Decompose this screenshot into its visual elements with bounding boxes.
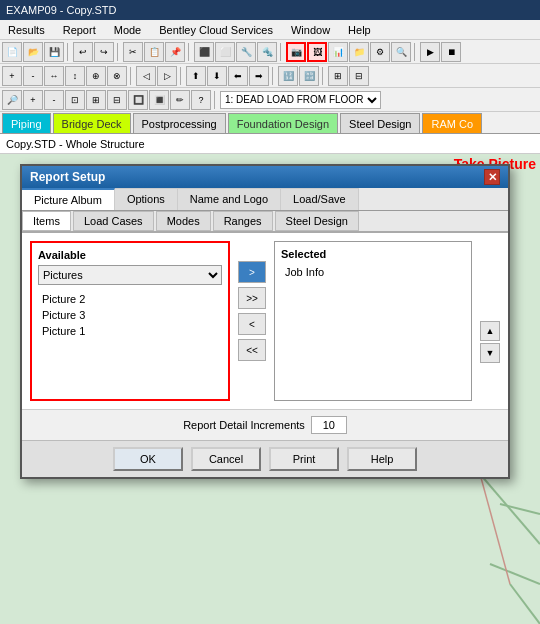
tb-redo[interactable]: ↪ <box>94 42 114 62</box>
tb-icon4[interactable]: 📁 <box>349 42 369 62</box>
pictures-dropdown[interactable]: Pictures <box>38 265 222 285</box>
tb-icon6[interactable]: 🔍 <box>391 42 411 62</box>
list-item-picture3[interactable]: Picture 3 <box>38 307 222 323</box>
nav-up-btn[interactable]: ▲ <box>480 321 500 341</box>
load-case-dropdown[interactable]: 1: DEAD LOAD FROM FLOOR <box>220 91 381 109</box>
cancel-button[interactable]: Cancel <box>191 447 261 471</box>
menu-help[interactable]: Help <box>344 22 375 38</box>
report-detail-input[interactable] <box>311 416 347 434</box>
tb3-zoom-out[interactable]: - <box>44 90 64 110</box>
tb2-icon15[interactable]: ⊞ <box>328 66 348 86</box>
tb-icon8[interactable]: ⏹ <box>441 42 461 62</box>
tb3-icon5[interactable]: 🔳 <box>149 90 169 110</box>
subtab-ranges[interactable]: Ranges <box>213 211 273 231</box>
tb-new[interactable]: 📄 <box>2 42 22 62</box>
tab-load-save[interactable]: Load/Save <box>281 188 359 210</box>
tb3-icon3[interactable]: ⊟ <box>107 90 127 110</box>
move-all-left-btn[interactable]: << <box>238 339 266 361</box>
selected-item-jobinfo[interactable]: Job Info <box>281 264 465 280</box>
move-all-right-btn[interactable]: >> <box>238 287 266 309</box>
tab-postprocessing[interactable]: Postprocessing <box>133 113 226 133</box>
title-text: EXAMP09 - Copy.STD <box>6 4 116 16</box>
tb3-icon7[interactable]: ? <box>191 90 211 110</box>
dialog-subtabs: Items Load Cases Modes Ranges Steel Desi… <box>22 211 508 233</box>
tb2-icon9[interactable]: ⬆ <box>186 66 206 86</box>
sep3 <box>188 43 191 61</box>
tb2-icon16[interactable]: ⊟ <box>349 66 369 86</box>
menu-cloud[interactable]: Bentley Cloud Services <box>155 22 277 38</box>
dialog-actions: OK Cancel Print Help <box>22 440 508 477</box>
print-button[interactable]: Print <box>269 447 339 471</box>
help-button[interactable]: Help <box>347 447 417 471</box>
tb-icon5[interactable]: ⚙ <box>370 42 390 62</box>
tb2-icon7[interactable]: ◁ <box>136 66 156 86</box>
selected-panel: Selected Job Info <box>274 241 472 401</box>
tb3-fit[interactable]: ⊡ <box>65 90 85 110</box>
move-right-btn[interactable]: > <box>238 261 266 283</box>
tb2-icon8[interactable]: ▷ <box>157 66 177 86</box>
subtab-steel-design[interactable]: Steel Design <box>275 211 359 231</box>
tb2-icon11[interactable]: ⬅ <box>228 66 248 86</box>
tb2-icon10[interactable]: ⬇ <box>207 66 227 86</box>
svg-line-0 <box>480 474 540 544</box>
structure-label: Copy.STD - Whole Structure <box>0 134 540 154</box>
menu-window[interactable]: Window <box>287 22 334 38</box>
subtab-modes[interactable]: Modes <box>156 211 211 231</box>
tb2-icon2[interactable]: - <box>23 66 43 86</box>
tb-open[interactable]: 📂 <box>23 42 43 62</box>
content-row: Available Pictures Picture 2 Picture 3 P… <box>30 241 500 401</box>
tb-icon1[interactable]: 🔧 <box>236 42 256 62</box>
tb-icon3[interactable]: 📊 <box>328 42 348 62</box>
tb2-icon3[interactable]: ↔ <box>44 66 64 86</box>
dialog-body: Available Pictures Picture 2 Picture 3 P… <box>22 233 508 409</box>
tb3-zoom-in[interactable]: + <box>23 90 43 110</box>
subtab-load-cases[interactable]: Load Cases <box>73 211 154 231</box>
toolbar-row1: 📄 📂 💾 ↩ ↪ ✂ 📋 📌 ⬛ ⬜ 🔧 🔩 📷 🖼 📊 📁 ⚙ 🔍 ▶ ⏹ <box>0 40 540 64</box>
tb-screenshot-highlighted[interactable]: 🖼 <box>307 42 327 62</box>
tb3-icon1[interactable]: 🔎 <box>2 90 22 110</box>
tb3-icon4[interactable]: 🔲 <box>128 90 148 110</box>
tb2-icon6[interactable]: ⊗ <box>107 66 127 86</box>
tb-icon2[interactable]: 🔩 <box>257 42 277 62</box>
tab-picture-album[interactable]: Picture Album <box>22 188 115 210</box>
tab-options[interactable]: Options <box>115 188 178 210</box>
tab-ram-co[interactable]: RAM Co <box>422 113 482 133</box>
dialog-close-button[interactable]: ✕ <box>484 169 500 185</box>
nav-down-btn[interactable]: ▼ <box>480 343 500 363</box>
tb3-icon2[interactable]: ⊞ <box>86 90 106 110</box>
tab-bridge-deck[interactable]: Bridge Deck <box>53 113 131 133</box>
ok-button[interactable]: OK <box>113 447 183 471</box>
sep7 <box>180 67 183 85</box>
tab-foundation-design[interactable]: Foundation Design <box>228 113 338 133</box>
nav-tabs: Piping Bridge Deck Postprocessing Founda… <box>0 112 540 134</box>
tb-icon7[interactable]: ▶ <box>420 42 440 62</box>
tb2-icon4[interactable]: ↕ <box>65 66 85 86</box>
dialog-title-bar: Report Setup ✕ <box>22 166 508 188</box>
move-left-btn[interactable]: < <box>238 313 266 335</box>
tb-undo[interactable]: ↩ <box>73 42 93 62</box>
menu-results[interactable]: Results <box>4 22 49 38</box>
tb3-icon6[interactable]: ✏ <box>170 90 190 110</box>
tab-name-logo[interactable]: Name and Logo <box>178 188 281 210</box>
tb2-icon13[interactable]: 🔢 <box>278 66 298 86</box>
tb2-icon14[interactable]: 🔡 <box>299 66 319 86</box>
tb-copy[interactable]: 📋 <box>144 42 164 62</box>
tb-select2[interactable]: ⬜ <box>215 42 235 62</box>
tb2-icon5[interactable]: ⊕ <box>86 66 106 86</box>
tab-steel-design[interactable]: Steel Design <box>340 113 420 133</box>
subtab-items[interactable]: Items <box>22 211 71 231</box>
tb-save[interactable]: 💾 <box>44 42 64 62</box>
tb2-icon12[interactable]: ➡ <box>249 66 269 86</box>
tb2-icon1[interactable]: + <box>2 66 22 86</box>
tab-piping[interactable]: Piping <box>2 113 51 133</box>
list-item-picture1[interactable]: Picture 1 <box>38 323 222 339</box>
list-item-picture2[interactable]: Picture 2 <box>38 291 222 307</box>
tb-camera-highlighted[interactable]: 📷 <box>286 42 306 62</box>
tb-cut[interactable]: ✂ <box>123 42 143 62</box>
tb-paste[interactable]: 📌 <box>165 42 185 62</box>
menu-report[interactable]: Report <box>59 22 100 38</box>
tb-select1[interactable]: ⬛ <box>194 42 214 62</box>
dialog-title-text: Report Setup <box>30 170 105 184</box>
side-nav-buttons: ▲ ▼ <box>480 241 500 363</box>
menu-mode[interactable]: Mode <box>110 22 146 38</box>
